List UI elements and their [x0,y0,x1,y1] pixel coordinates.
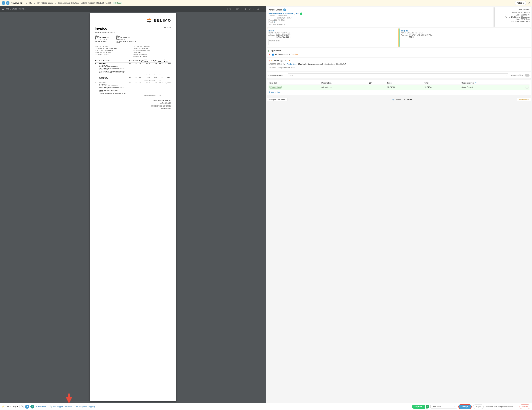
person-icon: 👥 [272,53,274,56]
item-row-1: Expense Item Job Materials 1 12,742.06 1… [268,85,530,90]
tags-badge[interactable]: 🏷 Tags [113,2,122,4]
ship-to-title[interactable]: Ship To [401,30,530,32]
chevron-icon-2: ▶ [55,2,56,4]
action-button[interactable]: Action ▾ [515,1,526,5]
notes-section: ⊗ ✎ Notes (1x) ⚑ 2/26/2024, 8:52:39 AM F… [267,58,531,71]
items-footer: Collapse Line Items ⊖ Total 12,742.06 Re… [267,97,531,102]
rejection-note-input[interactable] [485,405,518,408]
zoom-in-button[interactable]: + [240,7,243,10]
total-label: Total [396,98,401,101]
total-value: 12,742.06 [402,98,412,101]
print-button[interactable]: 🖨 [256,7,260,10]
invoice-item-5: 5 B220HT731 +LF24-SR US Reorder# B2BAS6+… [95,82,171,95]
download-button[interactable]: ⬇ [252,7,256,10]
accounting-view-toggle[interactable] [525,74,530,77]
item-edit-icon[interactable]: ▾ [525,86,529,89]
vendor-details-title: Vendor Details [268,9,282,11]
fit-button[interactable]: ⊞ [244,7,247,10]
add-notes-link[interactable]: ✎ Add Notes [35,406,46,408]
ocr-utility-button[interactable]: OCR Utility ▾ [6,405,19,408]
bill-to-box: Bill To Name: QUALITY SUPPLIES Address: … [267,28,399,47]
items-col-customer: Customer|Job ▼ [461,81,524,85]
item-total: 12,742.06 [423,85,461,90]
add-circle-button[interactable]: + [30,405,34,409]
item-customer: Shara Barnett [461,85,524,90]
zoom-out-button[interactable]: − [232,7,235,10]
invoice-item-4: 4 99981-00101 Tagging Charge 13 PC US 14… [95,76,171,80]
expense-item-tag: Expense Item [269,86,282,88]
approvers-expand-icon[interactable]: ▶ [268,50,270,52]
bill-to-title[interactable]: Bill To [268,30,397,32]
collapse-line-items-button[interactable]: Collapse Line Items [267,98,287,101]
approver-row: ⊗ 👥 AP Department ▶ Pending [268,53,530,56]
add-support-document-link[interactable]: 📎 Add Support Document [50,406,72,408]
right-top: Vendor Details ▾ Belimo Aircontrols (USA… [266,6,532,28]
invoice-item-1: 1 B215HT290 +TR24-SR US Reorder# B2A5S2+… [95,63,171,74]
invoice-title: Invoice [95,27,114,31]
custom-memo-input[interactable] [268,39,397,45]
delete-button[interactable]: Delete [520,404,530,409]
chevron-icon-1: ▶ [34,2,35,4]
right-panel: Vendor Details ▾ Belimo Aircontrols (USA… [266,6,532,403]
ocr-cancel-icon[interactable]: ✕ [21,405,24,408]
zoom-level: 88% [236,8,239,10]
pdf-toolbar: ☰ 002_LHW623 - Belimo... 1 / 3 − 88% + ⊞… [0,6,266,12]
bottom-bar: ⚡ OCR Utility ▾ ✕ ◀ + ✎ Add Notes 📎 Add … [0,403,532,410]
assign-button[interactable]: Assign [458,404,472,409]
integration-mapping-link[interactable]: ⚙ Integration Mapping [76,406,95,408]
pdf-page-info: 1 / 3 [227,8,231,10]
approver-status: Pending [291,53,298,55]
vendor-section: Vendor Details ▾ Belimo Aircontrols (USA… [267,7,494,27]
items-col-item: Item (1x) [268,81,320,85]
bill-details-title: Bill Details [496,9,530,11]
pdf-menu-button[interactable]: ☰ [1,7,5,10]
invoice-table: Pos. Item - Description Quantity Unit Or… [95,59,171,97]
approver-cancel-icon[interactable]: ⊗ [268,53,270,56]
back-button[interactable]: ◀ [2,1,5,5]
customer-project-section: Customer|Project Select... ▾ Accounting … [267,72,531,79]
integration-icon: ⚙ [76,406,78,408]
pdf-content[interactable]: BELIMO Invoice No. 920321559 of 09/06/20… [0,12,266,403]
website-link[interactable]: www.belimo.com [273,23,285,25]
add-item-button[interactable]: ⊕ Add an item [268,91,530,94]
reject-button[interactable]: Reject [473,404,484,409]
customer-project-select[interactable]: Select... ▾ [288,73,508,77]
items-section: Item (1x) Description Qty Price Total Cu… [267,80,531,95]
invoice-addresses: Sold to: QUALITY SUPPLIES 601 EAST LINE … [95,35,171,44]
note-input[interactable] [268,66,530,69]
reset-items-button[interactable]: Reset Items [517,98,531,101]
note-cancel-icon[interactable]: ⊗ [268,59,270,62]
ship-to-box: Ship To Name: QUALITY SUPPLIES Address: … [399,28,531,47]
pdf-page: BELIMO Invoice No. 920321559 of 09/06/20… [90,13,176,401]
close-button[interactable]: ✕ [528,1,530,4]
add-icon: ⊕ [268,91,270,94]
total-expand-icon[interactable]: ⊖ [392,98,394,101]
top-header: ◀ ▶ Review Bill ID7235 ▶ By: Fabris, Sea… [0,0,532,6]
note-edit-icon: ✎ [271,59,273,62]
pdf-panel: ☰ 002_LHW623 - Belimo... 1 / 3 − 88% + ⊞… [0,6,266,403]
items-table: Item (1x) Description Qty Price Total Cu… [268,81,530,90]
items-col-total: Total [423,81,461,85]
vendor-dropdown-icon[interactable]: ▾ [283,9,286,11]
rotate-button[interactable]: ↺ [248,7,251,10]
email-search-icon[interactable]: 🔍 [274,21,276,23]
approver-chevron-icon: ▶ [289,53,290,55]
item-price: 12,742.06 [386,85,423,90]
items-col-description: Description [320,81,368,85]
notes-flag-icon: ⚑ [288,59,290,62]
items-col-qty: Qty [368,81,386,85]
approve-dropdown-button[interactable]: › [426,405,429,409]
notes-count: ( [280,60,283,62]
address-sections: Bill To Name: QUALITY SUPPLIES Address: … [267,28,531,47]
by-label: By: Fabris, Sean [38,2,53,4]
notes-count-val: 1x [284,59,286,62]
note-author: Fabris, Sean: [287,63,297,65]
note-row: 2/26/2024, 8:52:39 AM Fabris, Sean: @Pau… [268,63,530,65]
more-button[interactable]: ⋮ [261,7,265,10]
vendor-name-row: Belimo Aircontrols (USA), Inc ✓ [268,12,492,15]
nav-back-button[interactable]: ◀ [25,405,29,409]
approve-button[interactable]: Approve [412,405,425,409]
page-title: Review Bill [11,2,23,4]
assignee-select[interactable]: Paul, John ▾ [430,405,457,409]
forward-button[interactable]: ▶ [6,1,10,5]
